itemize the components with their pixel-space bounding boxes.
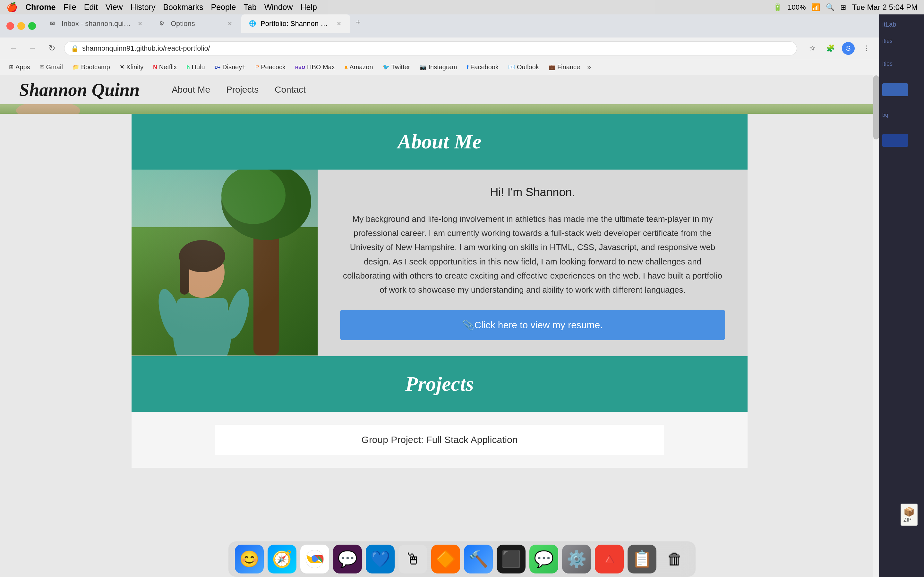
battery-icon[interactable]: 🔋 xyxy=(773,3,782,11)
scrollbar-thumb[interactable] xyxy=(873,75,879,139)
chrome-menu-button[interactable]: ⋮ xyxy=(860,42,873,55)
menu-tab[interactable]: Tab xyxy=(244,3,256,12)
safari-icon: 🧭 xyxy=(272,550,292,568)
dock-xcode[interactable]: 🔨 xyxy=(464,545,493,574)
menubar: 🍎 Chrome File Edit View History Bookmark… xyxy=(0,0,924,15)
chrome-icon xyxy=(305,550,325,569)
github-tab-close[interactable]: ✕ xyxy=(226,20,234,27)
bookmark-gmail[interactable]: ✉ Gmail xyxy=(36,61,67,73)
close-button[interactable] xyxy=(6,22,14,30)
dock-copyclip[interactable]: 📋 xyxy=(628,545,656,574)
extensions-button[interactable]: 🧩 xyxy=(824,42,837,55)
nav-contact[interactable]: Contact xyxy=(275,85,306,95)
website-content: Shannon Quinn About Me Projects Contact … xyxy=(0,75,879,577)
bookmarks-more-button[interactable]: » xyxy=(587,63,591,71)
bookmark-finance[interactable]: 💼 Finance xyxy=(545,61,584,73)
menu-people[interactable]: People xyxy=(211,3,236,12)
dock-app6[interactable]: 🔶 xyxy=(431,545,460,574)
netflix-bookmark-icon: N xyxy=(153,64,157,71)
maximize-button[interactable] xyxy=(28,22,36,30)
tab-gmail[interactable]: ✉ Inbox - shannon.quinn91@gma... ✕ xyxy=(42,15,152,33)
bookmark-hbomax[interactable]: HBO HBO Max xyxy=(291,61,339,73)
svg-point-15 xyxy=(312,556,318,562)
resume-button[interactable]: 📎Click here to view my resume. xyxy=(340,309,725,340)
portfolio-nav-links: About Me Projects Contact xyxy=(172,85,306,95)
cursor-icon: 🖱 xyxy=(405,550,421,568)
menu-file[interactable]: File xyxy=(63,3,76,12)
menu-bookmarks[interactable]: Bookmarks xyxy=(163,3,203,12)
dock-cursor[interactable]: 🖱 xyxy=(399,545,427,574)
bookmark-netflix[interactable]: N Netflix xyxy=(149,61,181,73)
scrollbar[interactable] xyxy=(873,75,879,577)
about-text-panel: Hi! I'm Shannon. My background and life-… xyxy=(318,169,748,356)
bookmark-peacock[interactable]: P Peacock xyxy=(252,61,289,73)
clock: Tue Mar 2 5:04 PM xyxy=(852,3,918,12)
peacock-bookmark-icon: P xyxy=(255,64,259,71)
finder-icon: 😊 xyxy=(239,550,259,568)
reload-button[interactable]: ↻ xyxy=(45,41,59,55)
bookmark-bootcamp[interactable]: 📁 Bootcamp xyxy=(69,61,114,73)
git-icon: 🔺 xyxy=(599,550,619,568)
photo-overlay xyxy=(132,169,318,356)
tab-github[interactable]: ⚙ Options ✕ xyxy=(152,15,241,33)
xfinity-bookmark-icon: ✕ xyxy=(120,64,124,71)
dock-finder[interactable]: 😊 xyxy=(235,545,264,574)
search-icon[interactable]: 🔍 xyxy=(826,3,835,11)
menu-history[interactable]: History xyxy=(131,3,156,12)
right-panel-text: itLab ities ities bq xyxy=(879,15,924,153)
bookmark-apps[interactable]: ⊞ Apps xyxy=(5,61,34,73)
dock-settings[interactable]: ⚙️ xyxy=(562,545,591,574)
tab-portfolio[interactable]: 🌐 Portfolio: Shannon Quinn ✕ xyxy=(241,15,351,33)
profile-button[interactable]: S xyxy=(842,42,855,55)
nav-about[interactable]: About Me xyxy=(172,85,210,95)
hbomax-bookmark-icon: HBO xyxy=(295,65,305,70)
menu-view[interactable]: View xyxy=(105,3,123,12)
tab-bar-row: ✉ Inbox - shannon.quinn91@gma... ✕ ⚙ Opt… xyxy=(0,15,879,37)
projects-section: Projects Group Project: Full Stack Appli… xyxy=(132,356,748,468)
hbomax-bookmark-label: HBO Max xyxy=(307,63,335,71)
about-bio: My background and life-long involvement … xyxy=(340,212,725,297)
vscode-icon: 💙 xyxy=(370,550,390,568)
nav-projects[interactable]: Projects xyxy=(226,85,258,95)
bookmark-disney[interactable]: D+ Disney+ xyxy=(211,61,250,73)
bookmark-star-button[interactable]: ☆ xyxy=(806,42,819,55)
bookmark-instagram[interactable]: 📷 Instagram xyxy=(416,61,461,73)
control-center-icon[interactable]: ⊞ xyxy=(840,3,846,11)
apple-menu-icon[interactable]: 🍎 xyxy=(6,2,18,13)
dock-chrome[interactable] xyxy=(300,545,329,574)
address-input[interactable]: 🔒 shannonquinn91.github.io/react-portfol… xyxy=(64,41,797,55)
menu-help[interactable]: Help xyxy=(300,3,317,12)
dock-messages[interactable]: 💬 xyxy=(529,545,558,574)
portfolio-nav: Shannon Quinn About Me Projects Contact xyxy=(0,75,879,104)
bookmark-twitter[interactable]: 🐦 Twitter xyxy=(379,61,414,73)
facebook-bookmark-label: Facebook xyxy=(470,63,499,71)
menu-chrome[interactable]: Chrome xyxy=(25,3,55,12)
dock-terminal[interactable]: ⬛ xyxy=(497,545,525,574)
bookmark-hulu[interactable]: h Hulu xyxy=(183,61,209,73)
dock-trash[interactable]: 🗑 xyxy=(660,545,689,574)
forward-button[interactable]: → xyxy=(26,41,40,55)
menu-window[interactable]: Window xyxy=(264,3,293,12)
slack-icon: 💬 xyxy=(338,550,357,568)
new-tab-button[interactable]: + xyxy=(353,15,363,37)
dock-vscode[interactable]: 💙 xyxy=(366,545,395,574)
dock-safari[interactable]: 🧭 xyxy=(268,545,296,574)
bookmark-xfinity[interactable]: ✕ Xfinity xyxy=(116,61,147,73)
dock-git[interactable]: 🔺 xyxy=(595,545,624,574)
bookmark-outlook[interactable]: 📧 Outlook xyxy=(504,61,543,73)
gmail-tab-close[interactable]: ✕ xyxy=(136,20,144,27)
right-side-panel: itLab ities ities bq xyxy=(879,15,924,577)
minimize-button[interactable] xyxy=(17,22,25,30)
menu-edit[interactable]: Edit xyxy=(84,3,98,12)
wifi-icon[interactable]: 📶 xyxy=(811,3,820,11)
back-button[interactable]: ← xyxy=(6,41,21,55)
portfolio-tab-close[interactable]: ✕ xyxy=(335,20,342,27)
bookmark-facebook[interactable]: f Facebook xyxy=(463,61,502,73)
gmail-tab-favicon: ✉ xyxy=(50,20,58,27)
dock-slack[interactable]: 💬 xyxy=(333,545,362,574)
xfinity-bookmark-label: Xfinity xyxy=(126,63,144,71)
zip-file-icon: 📦 ZIP xyxy=(901,504,918,526)
bookmark-amazon[interactable]: a Amazon xyxy=(341,61,377,73)
instagram-bookmark-icon: 📷 xyxy=(420,64,426,71)
portfolio-logo: Shannon Quinn xyxy=(19,79,140,100)
